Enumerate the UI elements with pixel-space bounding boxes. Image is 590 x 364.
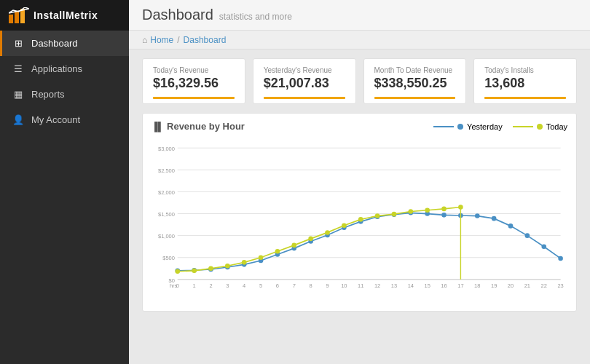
svg-point-64 <box>508 223 514 229</box>
stat-bar-3 <box>484 97 566 99</box>
svg-text:1: 1 <box>193 282 196 289</box>
svg-point-68 <box>175 269 180 274</box>
page-subtitle: statistics and more <box>219 12 292 22</box>
sidebar-item-my-account[interactable]: 👤 My Account <box>0 107 129 132</box>
svg-text:3: 3 <box>226 282 229 289</box>
logo: InstallMetrix <box>0 0 129 31</box>
svg-text:13: 13 <box>391 282 397 289</box>
breadcrumb: ⌂ Home / Dashboard <box>129 31 590 50</box>
svg-point-66 <box>541 244 546 249</box>
legend-today-label: Today <box>546 122 567 131</box>
svg-point-79 <box>358 217 363 222</box>
svg-point-65 <box>525 233 530 238</box>
svg-point-63 <box>492 216 497 221</box>
svg-point-72 <box>242 260 247 265</box>
chart-container: $0$500$1,000$1,500$2,000$2,500$3,0000123… <box>152 136 567 304</box>
my-account-icon: 👤 <box>12 114 24 125</box>
stat-value-1: $21,007.83 <box>264 76 345 91</box>
svg-text:11: 11 <box>358 282 363 289</box>
svg-text:$2,000: $2,000 <box>158 189 175 196</box>
svg-text:12: 12 <box>374 282 380 289</box>
top-bar: Dashboard statistics and more <box>129 0 590 31</box>
sidebar-item-applications[interactable]: ☰ Applications <box>0 56 129 82</box>
svg-point-75 <box>291 243 296 248</box>
svg-point-60 <box>441 213 447 218</box>
svg-text:21: 21 <box>524 282 530 289</box>
main-content: Dashboard statistics and more ⌂ Home / D… <box>129 0 590 364</box>
stat-value-3: 13,608 <box>484 76 566 91</box>
sidebar-label-dashboard: Dashboard <box>31 38 78 49</box>
svg-text:$500: $500 <box>162 256 175 262</box>
stat-bar-1 <box>264 97 345 99</box>
breadcrumb-home-link[interactable]: Home <box>150 35 173 45</box>
legend-yesterday-line <box>433 126 454 127</box>
stat-bar-2 <box>374 97 456 99</box>
svg-text:$2,500: $2,500 <box>158 167 175 174</box>
svg-text:20: 20 <box>508 282 514 289</box>
svg-text:9: 9 <box>326 282 329 289</box>
app-name: InstallMetrix <box>34 9 98 21</box>
svg-text:4: 4 <box>243 282 245 289</box>
svg-point-76 <box>308 237 313 242</box>
legend-today: Today <box>513 122 567 131</box>
breadcrumb-separator: / <box>177 35 179 45</box>
sidebar-label-applications: Applications <box>31 63 82 74</box>
reports-icon: ▦ <box>12 89 24 100</box>
svg-point-71 <box>225 264 230 269</box>
sidebar-item-reports[interactable]: ▦ Reports <box>0 82 129 107</box>
chart-legend: Yesterday Today <box>433 122 567 131</box>
stat-card-todays-installs: Today's Installs 13,608 <box>473 58 577 104</box>
stat-label-3: Today's Installs <box>484 66 566 74</box>
applications-icon: ☰ <box>12 63 24 74</box>
sidebar-item-dashboard[interactable]: ⊞ Dashboard <box>0 31 129 56</box>
svg-rect-1 <box>15 12 19 23</box>
svg-text:8: 8 <box>310 282 312 289</box>
svg-text:$1,500: $1,500 <box>158 211 175 218</box>
sidebar: InstallMetrix ⊞ Dashboard ☰ Applications… <box>0 0 129 364</box>
page-title: Dashboard <box>142 7 213 23</box>
stat-card-todays-revenue: Today's Revenue $16,329.56 <box>142 58 245 104</box>
chart-section: ▐▌ Revenue by Hour Yesterday Today $0$50… <box>142 113 577 312</box>
svg-point-84 <box>441 207 447 212</box>
svg-point-70 <box>208 266 213 271</box>
svg-point-78 <box>342 223 347 228</box>
sidebar-label-reports: Reports <box>31 89 65 100</box>
legend-today-dot <box>537 124 543 130</box>
sidebar-label-my-account: My Account <box>31 114 80 125</box>
chart-title-row: ▐▌ Revenue by Hour Yesterday Today <box>152 121 567 132</box>
svg-text:14: 14 <box>408 282 414 289</box>
stat-value-0: $16,329.56 <box>153 76 235 91</box>
stats-row: Today's Revenue $16,329.56 Yesterday's R… <box>129 50 590 113</box>
legend-yesterday-dot <box>457 124 463 130</box>
svg-text:10: 10 <box>341 282 347 289</box>
svg-text:$1,000: $1,000 <box>158 233 175 240</box>
chart-bar-icon: ▐▌ <box>152 122 164 132</box>
svg-point-69 <box>192 269 197 274</box>
svg-point-83 <box>425 207 430 213</box>
stat-label-1: Yesterday's Revenue <box>264 66 345 74</box>
stat-card-month-to-date: Month To Date Revenue $338,550.25 <box>363 58 467 104</box>
chart-title: Revenue by Hour <box>167 121 245 132</box>
svg-text:5: 5 <box>259 282 262 289</box>
stat-label-0: Today's Revenue <box>153 66 235 74</box>
breadcrumb-current: Dashboard <box>184 35 227 45</box>
svg-rect-0 <box>9 15 13 23</box>
stat-value-2: $338,550.25 <box>374 76 456 91</box>
svg-text:18: 18 <box>474 282 480 289</box>
svg-point-82 <box>409 209 414 214</box>
svg-text:19: 19 <box>491 282 497 289</box>
svg-text:22: 22 <box>541 282 547 289</box>
svg-text:$3,000: $3,000 <box>158 146 175 152</box>
stat-card-yesterdays-revenue: Yesterday's Revenue $21,007.83 <box>253 58 356 104</box>
svg-text:23: 23 <box>557 282 563 289</box>
svg-point-73 <box>259 255 264 260</box>
legend-yesterday: Yesterday <box>433 122 503 131</box>
stat-bar-0 <box>153 97 235 99</box>
svg-text:15: 15 <box>425 282 430 289</box>
svg-point-77 <box>325 230 330 235</box>
stat-label-2: Month To Date Revenue <box>374 66 456 74</box>
svg-point-67 <box>558 256 563 261</box>
svg-text:hrs: hrs <box>170 282 178 289</box>
svg-point-81 <box>392 212 397 217</box>
svg-point-74 <box>275 249 280 254</box>
